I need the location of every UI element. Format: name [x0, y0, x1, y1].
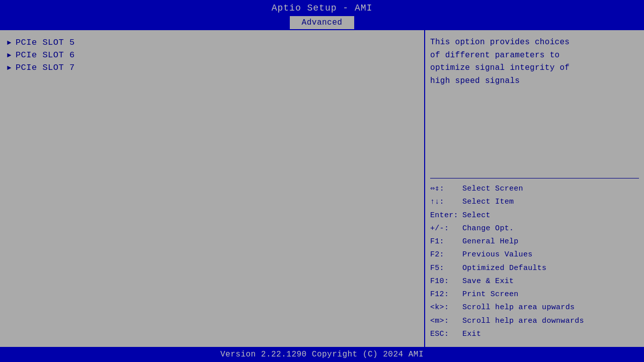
key-8: F12:	[430, 288, 460, 301]
action-1: Select Item	[462, 196, 514, 209]
arrow-icon-2: ►	[7, 64, 12, 72]
action-4: General Help	[462, 235, 519, 248]
help-line-4: high speed signals	[430, 75, 639, 88]
action-0: Select Screen	[462, 183, 523, 196]
main-content: ► PCIe SLOT 5 ► PCIe SLOT 6 ► PCIe SLOT …	[0, 29, 644, 347]
key-binding-11: ESC:Exit	[430, 328, 639, 341]
footer-text: Version 2.22.1290 Copyright (C) 2024 AMI	[220, 350, 424, 359]
menu-item-pcie6[interactable]: ► PCIe SLOT 6	[4, 49, 420, 61]
app-title: Aptio Setup - AMI	[272, 3, 373, 13]
key-1: ↑↓:	[430, 196, 460, 209]
key-11: ESC:	[430, 328, 460, 341]
menu-item-pcie7[interactable]: ► PCIe SLOT 7	[4, 61, 420, 74]
help-line-2: of different parameters to	[430, 49, 639, 62]
action-11: Exit	[462, 328, 481, 341]
title-bar: Aptio Setup - AMI	[0, 0, 644, 15]
key-2: Enter:	[430, 209, 460, 222]
action-9: Scroll help area upwards	[462, 301, 575, 314]
key-9: <k>:	[430, 301, 460, 314]
key-0: ⇔⇕:	[430, 183, 460, 196]
key-5: F2:	[430, 248, 460, 261]
action-10: Scroll help area downwards	[462, 315, 584, 328]
key-help: ⇔⇕:Select Screen↑↓:Select ItemEnter:Sele…	[430, 183, 639, 341]
arrow-icon-1: ►	[7, 51, 12, 59]
arrow-icon-0: ►	[7, 39, 12, 47]
key-binding-3: +/-:Change Opt.	[430, 222, 639, 235]
action-3: Change Opt.	[462, 222, 514, 235]
key-binding-7: F10:Save & Exit	[430, 275, 639, 288]
help-line-3: optimize signal integrity of	[430, 62, 639, 75]
menu-item-pcie5[interactable]: ► PCIe SLOT 5	[4, 36, 420, 49]
action-8: Print Screen	[462, 288, 519, 301]
action-2: Select	[462, 209, 491, 222]
key-binding-4: F1:General Help	[430, 235, 639, 248]
key-10: <m>:	[430, 315, 460, 328]
help-text: This option provides choices of differen…	[430, 36, 639, 174]
footer: Version 2.22.1290 Copyright (C) 2024 AMI	[0, 347, 644, 362]
action-6: Optimized Defaults	[462, 262, 546, 275]
key-4: F1:	[430, 235, 460, 248]
action-7: Save & Exit	[462, 275, 514, 288]
tab-advanced[interactable]: Advanced	[290, 16, 355, 29]
key-binding-5: F2:Previous Values	[430, 248, 639, 261]
key-binding-0: ⇔⇕:Select Screen	[430, 183, 639, 196]
tab-bar: Advanced	[0, 15, 644, 29]
key-binding-8: F12:Print Screen	[430, 288, 639, 301]
key-binding-6: F5:Optimized Defaults	[430, 262, 639, 275]
key-6: F5:	[430, 262, 460, 275]
key-binding-9: <k>:Scroll help area upwards	[430, 301, 639, 314]
action-5: Previous Values	[462, 248, 533, 261]
key-binding-1: ↑↓:Select Item	[430, 196, 639, 209]
key-7: F10:	[430, 275, 460, 288]
key-binding-2: Enter:Select	[430, 209, 639, 222]
left-panel: ► PCIe SLOT 5 ► PCIe SLOT 6 ► PCIe SLOT …	[0, 30, 425, 347]
app: Aptio Setup - AMI Advanced ► PCIe SLOT 5…	[0, 0, 644, 362]
divider	[430, 178, 639, 178]
right-panel: This option provides choices of differen…	[425, 30, 644, 347]
help-line-1: This option provides choices	[430, 36, 639, 49]
key-3: +/-:	[430, 222, 460, 235]
key-binding-10: <m>:Scroll help area downwards	[430, 315, 639, 328]
